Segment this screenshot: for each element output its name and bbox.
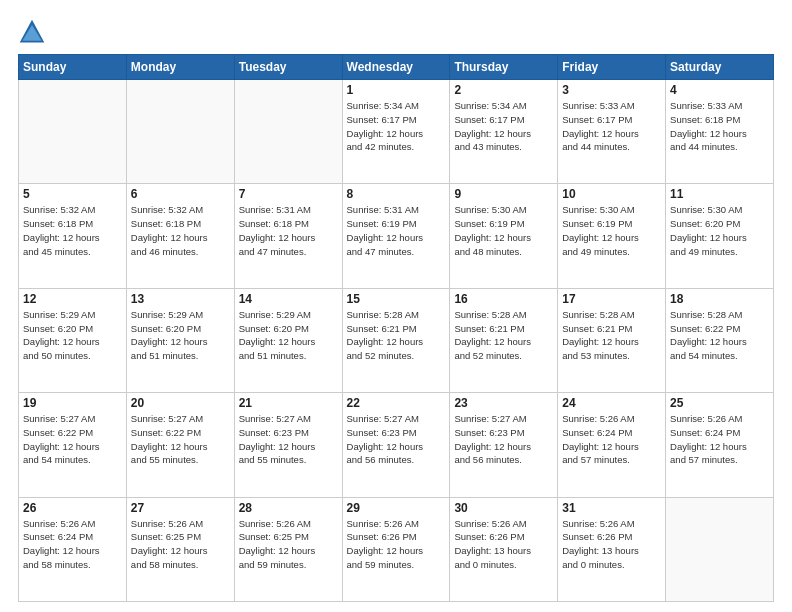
day-cell-5: 5Sunrise: 5:32 AM Sunset: 6:18 PM Daylig… — [19, 184, 127, 288]
calendar-table: SundayMondayTuesdayWednesdayThursdayFrid… — [18, 54, 774, 602]
day-number: 28 — [239, 501, 338, 515]
day-cell-3: 3Sunrise: 5:33 AM Sunset: 6:17 PM Daylig… — [558, 80, 666, 184]
day-info: Sunrise: 5:33 AM Sunset: 6:18 PM Dayligh… — [670, 99, 769, 154]
day-number: 23 — [454, 396, 553, 410]
day-cell-4: 4Sunrise: 5:33 AM Sunset: 6:18 PM Daylig… — [666, 80, 774, 184]
day-info: Sunrise: 5:27 AM Sunset: 6:23 PM Dayligh… — [347, 412, 446, 467]
day-number: 16 — [454, 292, 553, 306]
day-info: Sunrise: 5:32 AM Sunset: 6:18 PM Dayligh… — [23, 203, 122, 258]
day-number: 26 — [23, 501, 122, 515]
day-info: Sunrise: 5:26 AM Sunset: 6:26 PM Dayligh… — [562, 517, 661, 572]
week-row-2: 5Sunrise: 5:32 AM Sunset: 6:18 PM Daylig… — [19, 184, 774, 288]
day-info: Sunrise: 5:32 AM Sunset: 6:18 PM Dayligh… — [131, 203, 230, 258]
day-info: Sunrise: 5:30 AM Sunset: 6:19 PM Dayligh… — [562, 203, 661, 258]
day-cell-27: 27Sunrise: 5:26 AM Sunset: 6:25 PM Dayli… — [126, 497, 234, 601]
day-cell-24: 24Sunrise: 5:26 AM Sunset: 6:24 PM Dayli… — [558, 393, 666, 497]
day-info: Sunrise: 5:27 AM Sunset: 6:23 PM Dayligh… — [239, 412, 338, 467]
day-number: 29 — [347, 501, 446, 515]
weekday-header-thursday: Thursday — [450, 55, 558, 80]
empty-cell — [666, 497, 774, 601]
day-cell-13: 13Sunrise: 5:29 AM Sunset: 6:20 PM Dayli… — [126, 288, 234, 392]
day-cell-22: 22Sunrise: 5:27 AM Sunset: 6:23 PM Dayli… — [342, 393, 450, 497]
empty-cell — [126, 80, 234, 184]
day-cell-28: 28Sunrise: 5:26 AM Sunset: 6:25 PM Dayli… — [234, 497, 342, 601]
day-cell-18: 18Sunrise: 5:28 AM Sunset: 6:22 PM Dayli… — [666, 288, 774, 392]
day-cell-30: 30Sunrise: 5:26 AM Sunset: 6:26 PM Dayli… — [450, 497, 558, 601]
day-cell-9: 9Sunrise: 5:30 AM Sunset: 6:19 PM Daylig… — [450, 184, 558, 288]
day-number: 30 — [454, 501, 553, 515]
day-info: Sunrise: 5:30 AM Sunset: 6:19 PM Dayligh… — [454, 203, 553, 258]
day-number: 12 — [23, 292, 122, 306]
day-number: 10 — [562, 187, 661, 201]
day-cell-16: 16Sunrise: 5:28 AM Sunset: 6:21 PM Dayli… — [450, 288, 558, 392]
weekday-header-saturday: Saturday — [666, 55, 774, 80]
day-number: 25 — [670, 396, 769, 410]
day-number: 24 — [562, 396, 661, 410]
day-number: 13 — [131, 292, 230, 306]
day-cell-23: 23Sunrise: 5:27 AM Sunset: 6:23 PM Dayli… — [450, 393, 558, 497]
day-info: Sunrise: 5:26 AM Sunset: 6:26 PM Dayligh… — [347, 517, 446, 572]
day-number: 8 — [347, 187, 446, 201]
day-number: 21 — [239, 396, 338, 410]
day-cell-8: 8Sunrise: 5:31 AM Sunset: 6:19 PM Daylig… — [342, 184, 450, 288]
week-row-5: 26Sunrise: 5:26 AM Sunset: 6:24 PM Dayli… — [19, 497, 774, 601]
day-info: Sunrise: 5:26 AM Sunset: 6:24 PM Dayligh… — [670, 412, 769, 467]
day-number: 6 — [131, 187, 230, 201]
day-info: Sunrise: 5:28 AM Sunset: 6:21 PM Dayligh… — [454, 308, 553, 363]
logo — [18, 18, 50, 46]
weekday-header-sunday: Sunday — [19, 55, 127, 80]
weekday-header-wednesday: Wednesday — [342, 55, 450, 80]
day-info: Sunrise: 5:27 AM Sunset: 6:22 PM Dayligh… — [23, 412, 122, 467]
day-number: 4 — [670, 83, 769, 97]
day-number: 20 — [131, 396, 230, 410]
day-number: 22 — [347, 396, 446, 410]
day-cell-25: 25Sunrise: 5:26 AM Sunset: 6:24 PM Dayli… — [666, 393, 774, 497]
day-cell-29: 29Sunrise: 5:26 AM Sunset: 6:26 PM Dayli… — [342, 497, 450, 601]
day-cell-2: 2Sunrise: 5:34 AM Sunset: 6:17 PM Daylig… — [450, 80, 558, 184]
day-info: Sunrise: 5:26 AM Sunset: 6:24 PM Dayligh… — [562, 412, 661, 467]
day-info: Sunrise: 5:27 AM Sunset: 6:23 PM Dayligh… — [454, 412, 553, 467]
day-info: Sunrise: 5:29 AM Sunset: 6:20 PM Dayligh… — [131, 308, 230, 363]
logo-icon — [18, 18, 46, 46]
day-number: 11 — [670, 187, 769, 201]
header — [18, 18, 774, 46]
week-row-1: 1Sunrise: 5:34 AM Sunset: 6:17 PM Daylig… — [19, 80, 774, 184]
day-number: 9 — [454, 187, 553, 201]
day-info: Sunrise: 5:31 AM Sunset: 6:18 PM Dayligh… — [239, 203, 338, 258]
day-cell-17: 17Sunrise: 5:28 AM Sunset: 6:21 PM Dayli… — [558, 288, 666, 392]
weekday-header-monday: Monday — [126, 55, 234, 80]
week-row-4: 19Sunrise: 5:27 AM Sunset: 6:22 PM Dayli… — [19, 393, 774, 497]
day-cell-7: 7Sunrise: 5:31 AM Sunset: 6:18 PM Daylig… — [234, 184, 342, 288]
day-number: 3 — [562, 83, 661, 97]
day-number: 18 — [670, 292, 769, 306]
day-number: 27 — [131, 501, 230, 515]
day-info: Sunrise: 5:28 AM Sunset: 6:21 PM Dayligh… — [347, 308, 446, 363]
day-info: Sunrise: 5:34 AM Sunset: 6:17 PM Dayligh… — [347, 99, 446, 154]
day-info: Sunrise: 5:27 AM Sunset: 6:22 PM Dayligh… — [131, 412, 230, 467]
day-cell-26: 26Sunrise: 5:26 AM Sunset: 6:24 PM Dayli… — [19, 497, 127, 601]
weekday-header-tuesday: Tuesday — [234, 55, 342, 80]
day-info: Sunrise: 5:31 AM Sunset: 6:19 PM Dayligh… — [347, 203, 446, 258]
day-cell-15: 15Sunrise: 5:28 AM Sunset: 6:21 PM Dayli… — [342, 288, 450, 392]
day-info: Sunrise: 5:26 AM Sunset: 6:24 PM Dayligh… — [23, 517, 122, 572]
day-info: Sunrise: 5:26 AM Sunset: 6:26 PM Dayligh… — [454, 517, 553, 572]
day-info: Sunrise: 5:28 AM Sunset: 6:22 PM Dayligh… — [670, 308, 769, 363]
day-info: Sunrise: 5:33 AM Sunset: 6:17 PM Dayligh… — [562, 99, 661, 154]
page: SundayMondayTuesdayWednesdayThursdayFrid… — [0, 0, 792, 612]
day-info: Sunrise: 5:26 AM Sunset: 6:25 PM Dayligh… — [131, 517, 230, 572]
day-info: Sunrise: 5:28 AM Sunset: 6:21 PM Dayligh… — [562, 308, 661, 363]
day-number: 1 — [347, 83, 446, 97]
day-info: Sunrise: 5:29 AM Sunset: 6:20 PM Dayligh… — [239, 308, 338, 363]
day-number: 5 — [23, 187, 122, 201]
week-row-3: 12Sunrise: 5:29 AM Sunset: 6:20 PM Dayli… — [19, 288, 774, 392]
day-number: 17 — [562, 292, 661, 306]
day-cell-21: 21Sunrise: 5:27 AM Sunset: 6:23 PM Dayli… — [234, 393, 342, 497]
day-info: Sunrise: 5:34 AM Sunset: 6:17 PM Dayligh… — [454, 99, 553, 154]
day-cell-20: 20Sunrise: 5:27 AM Sunset: 6:22 PM Dayli… — [126, 393, 234, 497]
day-info: Sunrise: 5:26 AM Sunset: 6:25 PM Dayligh… — [239, 517, 338, 572]
day-cell-10: 10Sunrise: 5:30 AM Sunset: 6:19 PM Dayli… — [558, 184, 666, 288]
empty-cell — [234, 80, 342, 184]
day-cell-31: 31Sunrise: 5:26 AM Sunset: 6:26 PM Dayli… — [558, 497, 666, 601]
day-cell-6: 6Sunrise: 5:32 AM Sunset: 6:18 PM Daylig… — [126, 184, 234, 288]
day-number: 2 — [454, 83, 553, 97]
